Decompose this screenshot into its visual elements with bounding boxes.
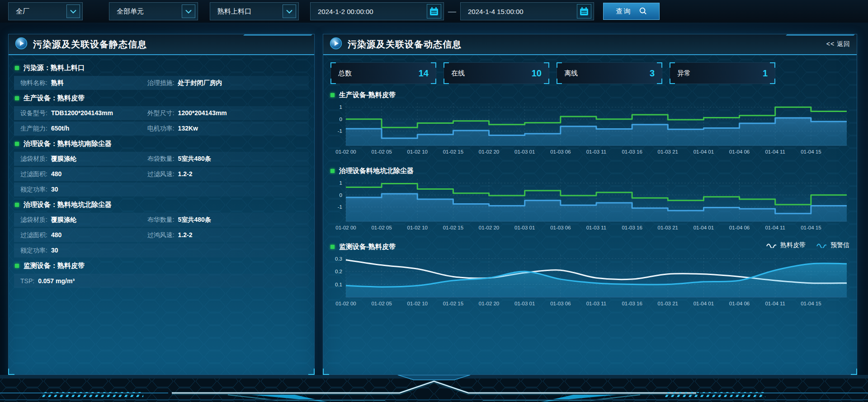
field-value: 30 bbox=[51, 247, 58, 254]
chevron-down-icon bbox=[283, 5, 296, 18]
svg-text:01-02 15: 01-02 15 bbox=[443, 225, 463, 230]
data-row: 设备型号:TDB1200*204143mm外型尺寸:1200*204143mm bbox=[14, 106, 309, 120]
field-value: 覆膜涤纶 bbox=[51, 155, 76, 163]
field-value: 650t/h bbox=[51, 125, 69, 132]
chart-svg-wrap: 01-02 0001-02 0501-02 1001-02 1501-02 20… bbox=[330, 176, 849, 236]
search-icon bbox=[639, 7, 647, 16]
select-plant-value: 全厂 bbox=[16, 7, 29, 16]
date-range-separator: — bbox=[448, 7, 456, 16]
svg-text:01-04 01: 01-04 01 bbox=[693, 149, 714, 154]
field-label: 滤袋材质: bbox=[20, 216, 47, 224]
svg-text:01-02 05: 01-02 05 bbox=[371, 149, 392, 154]
field-label: 过滤风速: bbox=[147, 170, 175, 178]
svg-text:01-04 01: 01-04 01 bbox=[693, 301, 714, 306]
green-bullet-icon bbox=[15, 203, 19, 207]
data-cell: 外型尺寸:1200*204143mm bbox=[147, 109, 274, 117]
svg-text:01-03 11: 01-03 11 bbox=[586, 301, 607, 306]
section-header-row: 生产设备：熟料皮带 bbox=[15, 91, 308, 105]
svg-text:0.3: 0.3 bbox=[335, 256, 342, 262]
panel-corner bbox=[851, 369, 857, 375]
field-label: 物料名称: bbox=[20, 79, 47, 87]
field-value: 30 bbox=[51, 186, 58, 193]
chevron-down-icon bbox=[66, 5, 80, 18]
data-row: 额定功率:30 bbox=[14, 243, 309, 257]
data-row: 过滤面积:480过滤风速:1.2-2 bbox=[14, 167, 309, 181]
query-button[interactable]: 查询 bbox=[603, 3, 660, 20]
legend-label: 熟料皮带 bbox=[780, 241, 806, 249]
legend-item[interactable]: 熟料皮带 bbox=[766, 241, 806, 249]
green-bullet-icon bbox=[330, 169, 335, 173]
field-label: 过滤面积: bbox=[20, 231, 47, 239]
chart-block-0: 生产设备-熟料皮带01-02 0001-02 0501-02 1001-02 1… bbox=[330, 89, 849, 160]
chart-block-1: 治理设备料地坑北除尘器01-02 0001-02 0501-02 1001-02… bbox=[330, 165, 849, 236]
svg-text:01-02 00: 01-02 00 bbox=[335, 301, 356, 306]
chart-title-text: 生产设备-熟料皮带 bbox=[339, 91, 396, 99]
svg-text:01-03 11: 01-03 11 bbox=[586, 149, 607, 154]
chart-title-text: 监测设备-熟料皮带 bbox=[339, 243, 396, 251]
data-row: 物料名称:熟料治理措施:处于封闭厂房内 bbox=[14, 76, 309, 90]
date-to-value: 2024-1-4 15:00:00 bbox=[468, 8, 524, 15]
svg-text:01-02 10: 01-02 10 bbox=[407, 149, 428, 154]
field-label: 生产能力: bbox=[20, 125, 47, 133]
svg-text:01-04 11: 01-04 11 bbox=[765, 149, 785, 154]
svg-text:01-02 20: 01-02 20 bbox=[479, 149, 499, 154]
date-to-input[interactable]: 2024-1-4 15:00:00 bbox=[460, 2, 594, 20]
green-bullet-icon bbox=[15, 66, 19, 70]
device-stats-row: 总数14在线10离线3异常1 bbox=[330, 62, 849, 84]
svg-text:01-04 15: 01-04 15 bbox=[801, 225, 821, 230]
select-plant[interactable]: 全厂 bbox=[8, 2, 83, 20]
dynamic-info-panel: 污染源及关联设备动态信息 << 返回 总数14在线10离线3异常1 生产设备-熟… bbox=[323, 34, 857, 375]
data-row: 滤袋材质:覆膜涤纶布袋数量:5室共480条 bbox=[14, 152, 309, 166]
stat-value: 1 bbox=[763, 68, 768, 79]
charts-container: 生产设备-熟料皮带01-02 0001-02 0501-02 1001-02 1… bbox=[323, 89, 857, 312]
svg-text:1: 1 bbox=[340, 180, 342, 186]
field-label: 设备型号: bbox=[20, 109, 47, 117]
field-value: 5室共480条 bbox=[178, 216, 211, 224]
svg-text:01-02 10: 01-02 10 bbox=[407, 225, 428, 230]
static-info-rows: 污染源：熟料上料口物料名称:熟料治理措施:处于封闭厂房内生产设备：熟料皮带设备型… bbox=[9, 55, 314, 294]
svg-text:01-03 01: 01-03 01 bbox=[514, 149, 535, 154]
field-value: 覆膜涤纶 bbox=[51, 216, 76, 224]
panel-corner bbox=[323, 369, 329, 375]
select-pollution-source-value: 熟料上料口 bbox=[217, 7, 251, 16]
field-label: 过鸿风速: bbox=[147, 231, 175, 239]
svg-text:0.2: 0.2 bbox=[335, 269, 342, 274]
data-cell: TSP:0.057 mg/m³ bbox=[20, 277, 147, 285]
svg-text:0.1: 0.1 bbox=[335, 282, 342, 287]
svg-text:01-02 05: 01-02 05 bbox=[371, 301, 392, 306]
green-bullet-icon bbox=[15, 264, 19, 268]
svg-text:01-02 20: 01-02 20 bbox=[479, 301, 499, 306]
svg-text:0: 0 bbox=[340, 192, 342, 198]
svg-text:01-02 00: 01-02 00 bbox=[335, 149, 356, 154]
svg-text:0: 0 bbox=[340, 117, 342, 122]
panel-corner bbox=[8, 369, 14, 375]
back-button[interactable]: << 返回 bbox=[826, 40, 850, 48]
chart-title-row: 生产设备-熟料皮带 bbox=[330, 89, 849, 100]
static-panel-titlebar: 污染源及关联设备静态信息 bbox=[9, 34, 314, 55]
chart-title-row: 治理设备料地坑北除尘器 bbox=[330, 165, 849, 176]
data-row: 生产能力:650t/h电机功率:132Kw bbox=[14, 122, 309, 136]
data-cell: 电机功率:132Kw bbox=[147, 125, 274, 133]
field-label: 布袋数量: bbox=[147, 155, 175, 163]
field-value: 熟料 bbox=[51, 79, 64, 87]
select-unit[interactable]: 全部单元 bbox=[109, 2, 198, 20]
stat-label: 离线 bbox=[564, 69, 578, 78]
field-value: 1.2-2 bbox=[178, 231, 193, 238]
static-info-panel: 污染源及关联设备静态信息 污染源：熟料上料口物料名称:熟料治理措施:处于封闭厂房… bbox=[8, 34, 315, 375]
stat-box-离线: 离线3 bbox=[557, 62, 662, 84]
calendar-icon[interactable] bbox=[427, 4, 441, 19]
date-from-input[interactable]: 2024-1-2 00:00:00 bbox=[310, 2, 444, 20]
field-value: 480 bbox=[51, 170, 61, 178]
field-value: 132Kw bbox=[178, 125, 198, 132]
field-label: 治理措施: bbox=[147, 79, 175, 87]
wavy-line-icon bbox=[766, 243, 777, 248]
top-filter-bar: 全厂 全部单元 熟料上料口 2024-1-2 00:00:00 — 2024 bbox=[0, 0, 868, 23]
select-pollution-source[interactable]: 熟料上料口 bbox=[210, 2, 299, 20]
field-value: 1200*204143mm bbox=[178, 109, 227, 117]
data-cell: 物料名称:熟料 bbox=[20, 79, 147, 87]
legend-item[interactable]: 预警信 bbox=[816, 241, 849, 249]
calendar-icon[interactable] bbox=[577, 4, 591, 19]
legend-label: 预警信 bbox=[830, 241, 849, 249]
chart-plot: 01-02 0001-02 0501-02 1001-02 1501-02 20… bbox=[330, 176, 849, 236]
field-label: 过滤面积: bbox=[20, 170, 47, 178]
